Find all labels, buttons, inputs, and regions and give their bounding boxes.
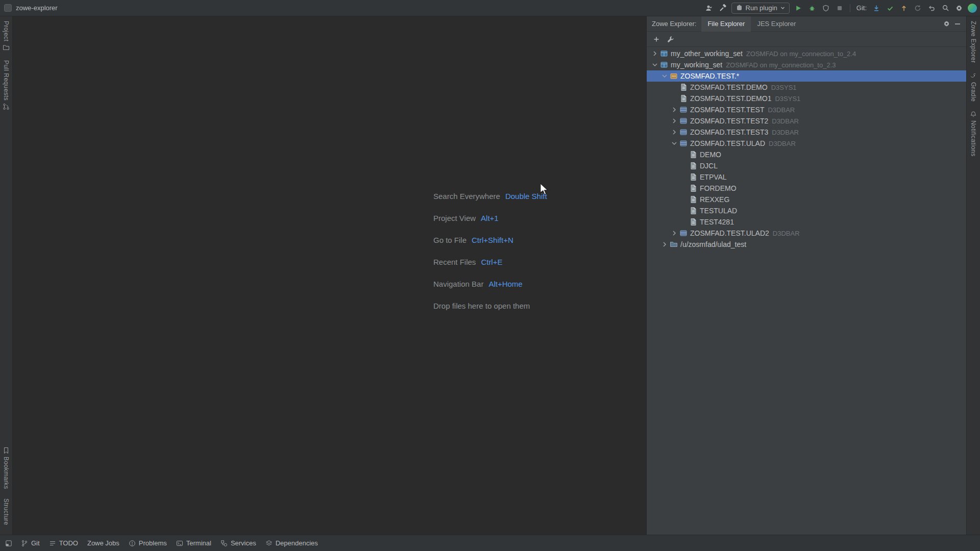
stop-button[interactable] (835, 3, 845, 13)
tree-node-label: ZOSMFAD.TEST.TEST (690, 106, 764, 114)
status-bar-item-git[interactable]: Git (16, 535, 44, 551)
tree-row[interactable]: ETPVAL (647, 171, 966, 183)
main-toolbar: Run plugin Git: (704, 3, 977, 14)
right-stripe-top: Zowe Explorer (970, 16, 977, 68)
tree-row[interactable]: my_other_working_setZOSMFAD on my_connec… (647, 48, 966, 59)
status-bar-item-todo[interactable]: TODO (44, 535, 83, 551)
right-stripe-middle: GradleNotifications (970, 68, 977, 161)
tree-node-detail: ZOSMFAD on my_connection_to_2.3 (726, 61, 836, 69)
tool-window-button-structure[interactable]: Structure (3, 498, 10, 525)
tree-row[interactable]: ZOSMFAD.TEST.TEST3D3DBAR (647, 127, 966, 138)
tree-row[interactable]: my_working_setZOSMFAD on my_connection_t… (647, 59, 966, 70)
build-hammer-icon[interactable] (718, 3, 728, 13)
status-bar-item-zowe-jobs[interactable]: Zowe Jobs (83, 535, 124, 551)
wrench-icon[interactable] (665, 34, 676, 45)
tree-row[interactable]: ZOSMFAD.TEST.TEST2D3DBAR (647, 115, 966, 127)
status-bar-item-dependencies[interactable]: Dependencies (261, 535, 323, 551)
settings-gear-icon[interactable] (954, 3, 964, 13)
chevron-right-icon[interactable] (660, 240, 669, 248)
tree-row[interactable]: TESTULAD (647, 205, 966, 216)
status-bar-item-problems[interactable]: Problems (124, 535, 172, 551)
tool-window-button-project[interactable]: Project (3, 21, 10, 51)
stripe-label: Zowe Explorer (970, 21, 977, 63)
chevron-down-icon[interactable] (660, 72, 669, 80)
chevron-right-icon[interactable] (670, 128, 678, 136)
status-bar-item-services[interactable]: Services (216, 535, 261, 551)
shortcut-label: Recent Files (433, 258, 476, 266)
tool-window-button-bookmarks[interactable]: Bookmarks (3, 447, 10, 489)
member-file-icon (689, 218, 697, 226)
tree-node-label: TESTULAD (700, 207, 737, 215)
user-account-icon[interactable] (704, 3, 714, 13)
tree-row[interactable]: DEMO (647, 149, 966, 160)
hide-tool-window-icon[interactable] (952, 18, 963, 30)
plugin-icon (736, 5, 743, 11)
run-configuration-select[interactable]: Run plugin (731, 3, 790, 14)
editor-area[interactable]: Search EverywhereDouble ShiftProject Vie… (13, 16, 646, 535)
ide-window: zowe-explorer Run plugin (0, 0, 980, 551)
file-tree: my_other_working_setZOSMFAD on my_connec… (647, 47, 966, 535)
uss-folder-icon (670, 240, 678, 248)
app-icon (4, 4, 12, 12)
tool-window-button-gradle[interactable]: Gradle (970, 72, 977, 102)
chevron-down-icon[interactable] (670, 139, 678, 147)
tree-row[interactable]: DJCL (647, 160, 966, 171)
tree-node-detail: D3DBAR (773, 230, 800, 237)
git-widget-label: Git: (856, 4, 867, 12)
shortcut-key: Ctrl+Shift+N (472, 236, 513, 244)
tab-file-explorer[interactable]: File Explorer (701, 16, 751, 32)
chevron-right-icon[interactable] (670, 229, 678, 237)
tree-node-detail: D3SYS1 (775, 95, 800, 103)
status-bar-item-terminal[interactable]: Terminal (172, 535, 216, 551)
chevron-right-icon[interactable] (651, 49, 659, 58)
tree-row[interactable]: ZOSMFAD.TEST.TESTD3DBAR (647, 104, 966, 115)
shortcut-key: Alt+Home (488, 280, 522, 288)
tree-node-label: ZOSMFAD.TEST.* (680, 72, 739, 80)
tool-window-button-zowe-explorer[interactable]: Zowe Explorer (970, 21, 977, 63)
stripe-label: Pull Requests (3, 60, 10, 101)
tree-row[interactable]: /u/zosmfad/ulad_test (647, 239, 966, 250)
tree-row[interactable]: ZOSMFAD.TEST.DEMOD3SYS1 (647, 82, 966, 93)
chevron-right-icon[interactable] (670, 117, 678, 125)
pds-folder-icon (679, 139, 688, 147)
user-avatar[interactable] (968, 4, 977, 13)
tool-window-settings-icon[interactable] (941, 18, 952, 30)
undo-icon[interactable] (926, 3, 937, 13)
git-commit-button[interactable] (885, 3, 895, 13)
shortcut-label: Go to File (433, 236, 467, 244)
refresh-icon[interactable] (913, 3, 923, 13)
chevron-spacer (680, 207, 688, 215)
member-file-icon (679, 83, 688, 91)
tree-row[interactable]: ZOSMFAD.TEST.ULAD2D3DBAR (647, 228, 966, 239)
tab-jes-explorer[interactable]: JES Explorer (751, 16, 802, 32)
member-file-icon (679, 94, 688, 103)
tree-row[interactable]: ZOSMFAD.TEST.ULADD3DBAR (647, 138, 966, 149)
tree-row[interactable]: ZOSMFAD.TEST.* (647, 70, 966, 82)
git-update-button[interactable] (871, 3, 881, 13)
chevron-down-icon[interactable] (651, 61, 659, 69)
shortcut-hint: Go to FileCtrl+Shift+N (433, 229, 547, 251)
tree-row[interactable]: ZOSMFAD.TEST.DEMO1D3SYS1 (647, 93, 966, 104)
terminal-icon (176, 540, 183, 547)
run-button[interactable] (793, 3, 803, 13)
tree-node-label: /u/zosmfad/ulad_test (680, 240, 746, 248)
search-everywhere-icon[interactable] (940, 3, 950, 13)
add-icon[interactable] (651, 34, 662, 45)
tool-window-switcher-icon[interactable] (4, 539, 13, 548)
debug-bug-icon[interactable] (807, 3, 817, 13)
chevron-right-icon[interactable] (670, 106, 678, 114)
tree-row[interactable]: REXXEG (647, 194, 966, 205)
tree-node-detail: D3DBAR (768, 106, 795, 114)
chevron-spacer (680, 162, 688, 170)
mouse-cursor (540, 183, 548, 197)
shortcut-key: Ctrl+E (481, 258, 502, 266)
tree-row[interactable]: TEST4281 (647, 216, 966, 228)
tool-window-button-notifications[interactable]: Notifications (970, 111, 977, 157)
tree-row[interactable]: FORDEMO (647, 183, 966, 194)
tool-window-button-pull-requests[interactable]: Pull Requests (3, 60, 10, 110)
tool-window-header: Zowe Explorer: File Explorer JES Explore… (647, 16, 966, 32)
coverage-shield-icon[interactable] (821, 3, 831, 13)
git-branch-icon (21, 540, 28, 547)
chevron-spacer (680, 173, 688, 181)
git-push-button[interactable] (899, 3, 909, 13)
